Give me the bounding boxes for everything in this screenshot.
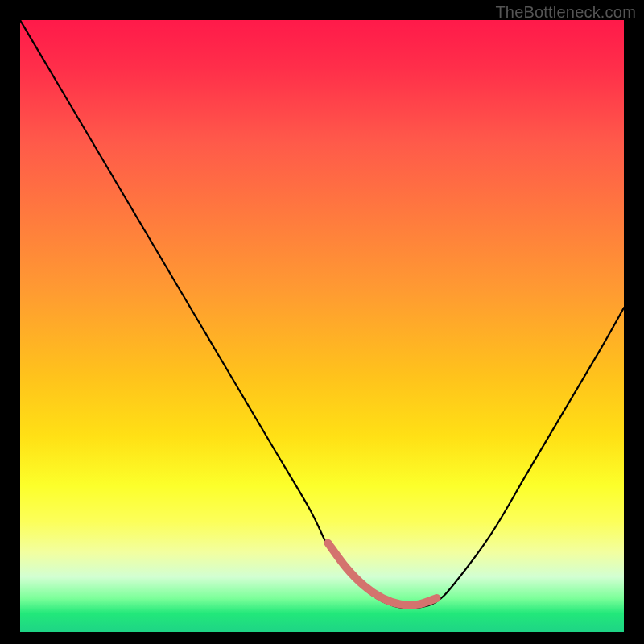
watermark-text: TheBottleneck.com bbox=[495, 3, 636, 22]
bottleneck-curve bbox=[20, 20, 624, 609]
chart-stage: TheBottleneck.com bbox=[0, 0, 644, 644]
plot-area bbox=[20, 20, 624, 632]
curve-svg bbox=[20, 20, 624, 632]
valley-marker bbox=[328, 543, 437, 605]
